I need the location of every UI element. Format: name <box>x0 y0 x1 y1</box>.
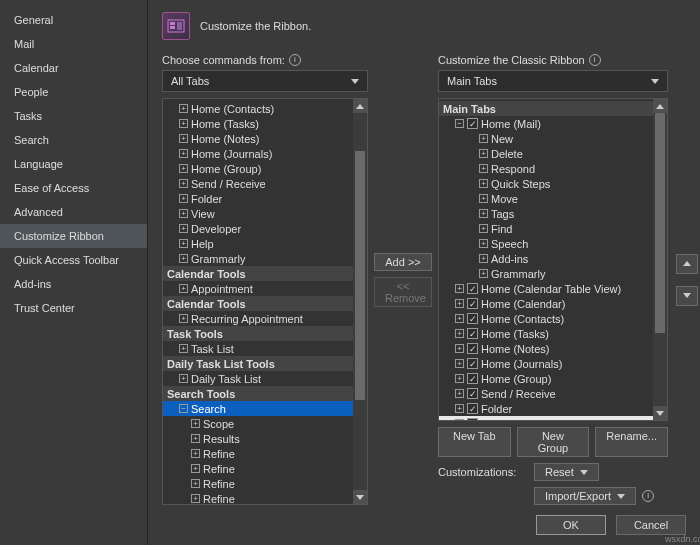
tree-item[interactable]: +Find <box>439 221 653 236</box>
tree-item[interactable]: +Add-ins <box>439 251 653 266</box>
tree-item[interactable]: +✓Home (Contacts) <box>439 311 653 326</box>
scroll-up-button[interactable] <box>353 99 367 113</box>
tree-item[interactable]: +✓Home (Calendar) <box>439 296 653 311</box>
expand-icon[interactable]: + <box>479 194 488 203</box>
tree-item[interactable]: +Home (Tasks) <box>163 116 353 131</box>
tree-item[interactable]: +Recurring Appointment <box>163 311 353 326</box>
tree-item[interactable]: +✓Folder <box>439 401 653 416</box>
tree-item[interactable]: +Home (Journals) <box>163 146 353 161</box>
checkbox[interactable]: ✓ <box>467 118 478 129</box>
expand-icon[interactable]: + <box>455 329 464 338</box>
expand-icon[interactable]: + <box>179 209 188 218</box>
new-group-button[interactable]: New Group <box>517 427 590 457</box>
expand-icon[interactable]: + <box>191 479 200 488</box>
expand-icon[interactable]: + <box>179 254 188 263</box>
expand-icon[interactable]: + <box>479 269 488 278</box>
expand-icon[interactable]: + <box>479 209 488 218</box>
expand-icon[interactable]: + <box>179 164 188 173</box>
expand-icon[interactable]: − <box>179 404 188 413</box>
cancel-button[interactable]: Cancel <box>616 515 686 535</box>
expand-icon[interactable]: + <box>179 194 188 203</box>
info-icon[interactable]: i <box>289 54 301 66</box>
checkbox[interactable]: ✓ <box>467 283 478 294</box>
scroll-down-button[interactable] <box>653 406 667 420</box>
info-icon[interactable]: i <box>642 490 654 502</box>
rename-button[interactable]: Rename... <box>595 427 668 457</box>
expand-icon[interactable]: + <box>179 134 188 143</box>
tree-item[interactable]: +Respond <box>439 161 653 176</box>
scroll-thumb[interactable] <box>655 113 665 333</box>
tree-item[interactable]: +Grammarly <box>439 266 653 281</box>
tree-item[interactable]: +✓Home (Calendar Table View) <box>439 281 653 296</box>
expand-icon[interactable]: + <box>455 284 464 293</box>
tree-item[interactable]: +Scope <box>163 416 353 431</box>
tree-item[interactable]: +Refine <box>163 491 353 504</box>
category-trust-center[interactable]: Trust Center <box>0 296 147 320</box>
category-quick-access-toolbar[interactable]: Quick Access Toolbar <box>0 248 147 272</box>
tree-item[interactable]: +Send / Receive <box>163 176 353 191</box>
import-export-dropdown[interactable]: Import/Export <box>534 487 636 505</box>
reset-dropdown[interactable]: Reset <box>534 463 599 481</box>
scroll-up-button[interactable] <box>653 99 667 113</box>
expand-icon[interactable]: + <box>479 179 488 188</box>
expand-icon[interactable]: + <box>455 374 464 383</box>
tree-item[interactable]: +View <box>163 206 353 221</box>
tree-item[interactable]: +Refine <box>163 446 353 461</box>
expand-icon[interactable]: + <box>455 419 464 420</box>
expand-icon[interactable]: + <box>455 314 464 323</box>
checkbox[interactable]: ✓ <box>467 328 478 339</box>
tree-item[interactable]: +Delete <box>439 146 653 161</box>
tree-item[interactable]: +✓View <box>439 416 653 420</box>
expand-icon[interactable]: + <box>191 464 200 473</box>
commands-tree[interactable]: +Home (Contacts)+Home (Tasks)+Home (Note… <box>162 98 368 505</box>
expand-icon[interactable]: + <box>455 344 464 353</box>
category-add-ins[interactable]: Add-ins <box>0 272 147 296</box>
checkbox[interactable]: ✓ <box>467 388 478 399</box>
checkbox[interactable]: ✓ <box>467 403 478 414</box>
tree-item[interactable]: +Speech <box>439 236 653 251</box>
category-customize-ribbon[interactable]: Customize Ribbon <box>0 224 147 248</box>
tree-item[interactable]: +Tags <box>439 206 653 221</box>
tree-item[interactable]: +Move <box>439 191 653 206</box>
tree-item[interactable]: −✓Home (Mail) <box>439 116 653 131</box>
tree-item[interactable]: +Appointment <box>163 281 353 296</box>
tree-item[interactable]: +Folder <box>163 191 353 206</box>
expand-icon[interactable]: + <box>179 119 188 128</box>
tree-item[interactable]: +Help <box>163 236 353 251</box>
expand-icon[interactable]: + <box>179 284 188 293</box>
tree-item[interactable]: +Quick Steps <box>439 176 653 191</box>
tree-item[interactable]: +Refine <box>163 476 353 491</box>
category-mail[interactable]: Mail <box>0 32 147 56</box>
category-tasks[interactable]: Tasks <box>0 104 147 128</box>
tree-item[interactable]: +Results <box>163 431 353 446</box>
expand-icon[interactable]: + <box>179 104 188 113</box>
category-search[interactable]: Search <box>0 128 147 152</box>
scroll-thumb[interactable] <box>355 151 365 400</box>
expand-icon[interactable]: + <box>479 254 488 263</box>
tree-item[interactable]: +Home (Notes) <box>163 131 353 146</box>
tree-item[interactable]: +Daily Task List <box>163 371 353 386</box>
expand-icon[interactable]: + <box>191 494 200 503</box>
expand-icon[interactable]: + <box>179 344 188 353</box>
expand-icon[interactable]: + <box>179 314 188 323</box>
category-language[interactable]: Language <box>0 152 147 176</box>
move-up-button[interactable] <box>676 254 698 274</box>
expand-icon[interactable]: + <box>455 404 464 413</box>
tree-item[interactable]: +✓Send / Receive <box>439 386 653 401</box>
expand-icon[interactable]: + <box>191 434 200 443</box>
tree-item[interactable]: +New <box>439 131 653 146</box>
expand-icon[interactable]: + <box>191 419 200 428</box>
tree-item[interactable]: +✓Home (Tasks) <box>439 326 653 341</box>
checkbox[interactable]: ✓ <box>467 343 478 354</box>
expand-icon[interactable]: + <box>179 239 188 248</box>
checkbox[interactable]: ✓ <box>467 298 478 309</box>
expand-icon[interactable]: + <box>479 224 488 233</box>
expand-icon[interactable]: − <box>455 119 464 128</box>
tree-item[interactable]: +✓Home (Group) <box>439 371 653 386</box>
expand-icon[interactable]: + <box>479 134 488 143</box>
expand-icon[interactable]: + <box>179 179 188 188</box>
move-down-button[interactable] <box>676 286 698 306</box>
commands-from-dropdown[interactable]: All Tabs <box>162 70 368 92</box>
new-tab-button[interactable]: New Tab <box>438 427 511 457</box>
info-icon[interactable]: i <box>589 54 601 66</box>
